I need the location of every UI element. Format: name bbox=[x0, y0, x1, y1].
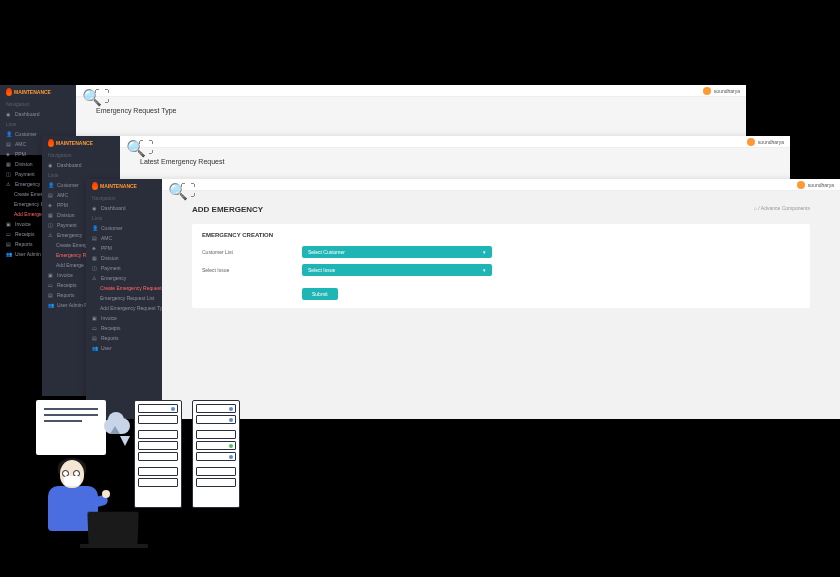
topbar: 🔍 ⛶ soundharya bbox=[120, 136, 790, 148]
search-icon[interactable]: 🔍 bbox=[126, 139, 132, 145]
sidebar-heading: Lists bbox=[0, 119, 76, 129]
avatar[interactable] bbox=[797, 181, 805, 189]
sidebar-logo[interactable]: MAINTENANCE bbox=[0, 85, 76, 99]
report-icon: ▤ bbox=[92, 335, 98, 341]
invoice-icon: ▣ bbox=[6, 221, 12, 227]
page-title: Emergency Request Type bbox=[96, 107, 726, 114]
card-title: EMERGENCY CREATION bbox=[202, 232, 800, 238]
user-name[interactable]: soundharya bbox=[714, 88, 740, 94]
cloud-sync-icon bbox=[90, 412, 140, 444]
sidebar-item-add-emergency-request-type[interactable]: Add Emergency Request Type bbox=[86, 303, 162, 313]
sidebar-item-emergency-request-list[interactable]: Emergency Request List bbox=[86, 293, 162, 303]
receipt-icon: ▭ bbox=[92, 325, 98, 331]
server-rack-icon bbox=[192, 400, 240, 508]
search-icon[interactable]: 🔍 bbox=[82, 88, 88, 94]
issue-label: Select Issue bbox=[202, 267, 302, 273]
customer-select[interactable]: Select Customer ▾ bbox=[302, 246, 492, 258]
alert-icon: ⚠ bbox=[92, 275, 98, 281]
avatar[interactable] bbox=[703, 87, 711, 95]
submit-button[interactable]: Submit bbox=[302, 288, 338, 300]
dashboard-icon: ◉ bbox=[6, 111, 12, 117]
search-icon[interactable]: 🔍 bbox=[168, 182, 174, 188]
breadcrumb-home-icon[interactable]: ⌂ bbox=[754, 205, 757, 211]
page-title: ADD EMERGENCY bbox=[192, 205, 810, 214]
payment-icon: ◫ bbox=[6, 171, 12, 177]
doc-icon: ◈ bbox=[92, 245, 98, 251]
sidebar-item-ppm[interactable]: ◈PPM bbox=[86, 243, 162, 253]
customer-label: Customer List bbox=[202, 249, 302, 255]
server-rack-icon bbox=[134, 400, 182, 508]
report-icon: ▤ bbox=[6, 241, 12, 247]
sidebar: MAINTENANCE Navigation ◉Dashboard Lists … bbox=[86, 179, 162, 419]
user-icon: 👤 bbox=[48, 182, 54, 188]
sidebar-item-user[interactable]: 👥User bbox=[86, 343, 162, 353]
admin-icon: 👥 bbox=[92, 345, 98, 351]
illustration bbox=[18, 400, 248, 575]
breadcrumb-page[interactable]: Advance Components bbox=[761, 205, 810, 211]
doc-icon: ▤ bbox=[6, 141, 12, 147]
payment-icon: ◫ bbox=[48, 222, 54, 228]
main-area: 🔍 ⛶ soundharya ⌂ / Advance Components AD… bbox=[162, 179, 840, 419]
content: Latest Emergency Request bbox=[120, 148, 790, 183]
dashboard-icon: ◉ bbox=[92, 205, 98, 211]
payment-icon: ◫ bbox=[92, 265, 98, 271]
person-laptop-icon bbox=[18, 460, 138, 575]
sidebar-logo[interactable]: MAINTENANCE bbox=[42, 136, 120, 150]
issue-select[interactable]: Select Issue ▾ bbox=[302, 264, 492, 276]
doc-icon: ▤ bbox=[92, 235, 98, 241]
sidebar-heading: Navigation bbox=[42, 150, 120, 160]
main-area: 🔍 ⛶ soundharya Emergency Request Type bbox=[76, 85, 746, 132]
doc-icon: ▤ bbox=[48, 192, 54, 198]
sidebar-item-dashboard[interactable]: ◉Dashboard bbox=[42, 160, 120, 170]
sidebar-item-create-emergency-request[interactable]: Create Emergency Request bbox=[86, 283, 162, 293]
sidebar-item-customer[interactable]: 👤Customer bbox=[86, 223, 162, 233]
chevron-down-icon: ▾ bbox=[483, 267, 486, 273]
expand-icon[interactable]: ⛶ bbox=[138, 139, 144, 145]
receipt-icon: ▭ bbox=[6, 231, 12, 237]
admin-icon: 👥 bbox=[48, 302, 54, 308]
sidebar-item-emergency[interactable]: ⚠Emergency bbox=[86, 273, 162, 283]
logo-text: MAINTENANCE bbox=[56, 140, 93, 146]
sidebar-item-invoice[interactable]: ▣Invoice bbox=[86, 313, 162, 323]
doc-icon: ◈ bbox=[48, 202, 54, 208]
grid-icon: ▦ bbox=[6, 161, 12, 167]
issue-row: Select Issue Select Issue ▾ bbox=[202, 264, 800, 276]
customer-row: Customer List Select Customer ▾ bbox=[202, 246, 800, 258]
sidebar-item-dashboard[interactable]: ◉Dashboard bbox=[86, 203, 162, 213]
emergency-creation-card: EMERGENCY CREATION Customer List Select … bbox=[192, 224, 810, 308]
admin-icon: 👥 bbox=[6, 251, 12, 257]
invoice-icon: ▣ bbox=[48, 272, 54, 278]
user-name[interactable]: soundharya bbox=[758, 139, 784, 145]
main-area: 🔍 ⛶ soundharya Latest Emergency Request bbox=[120, 136, 790, 183]
sidebar-item-payment[interactable]: ◫Payment bbox=[86, 263, 162, 273]
breadcrumb: ⌂ / Advance Components bbox=[754, 205, 810, 211]
topbar: 🔍 ⛶ soundharya bbox=[76, 85, 746, 97]
sidebar-item-reports[interactable]: ▤Reports bbox=[86, 333, 162, 343]
content: Emergency Request Type bbox=[76, 97, 746, 132]
flame-icon bbox=[6, 88, 12, 96]
sidebar-item-dashboard[interactable]: ◉Dashboard bbox=[0, 109, 76, 119]
expand-icon[interactable]: ⛶ bbox=[94, 88, 100, 94]
window-add-emergency: MAINTENANCE Navigation ◉Dashboard Lists … bbox=[86, 179, 840, 419]
user-name[interactable]: soundharya bbox=[808, 182, 834, 188]
chevron-down-icon: ▾ bbox=[483, 249, 486, 255]
logo-text: MAINTENANCE bbox=[14, 89, 51, 95]
page-title: Latest Emergency Request bbox=[140, 158, 770, 165]
doc-icon: ◈ bbox=[6, 151, 12, 157]
grid-icon: ▦ bbox=[92, 255, 98, 261]
sidebar-item-division[interactable]: ▦Division bbox=[86, 253, 162, 263]
content: ⌂ / Advance Components ADD EMERGENCY EME… bbox=[162, 191, 840, 419]
alert-icon: ⚠ bbox=[6, 181, 12, 187]
sidebar-logo[interactable]: MAINTENANCE bbox=[86, 179, 162, 193]
topbar: 🔍 ⛶ soundharya bbox=[162, 179, 840, 191]
sidebar-item-receipts[interactable]: ▭Receipts bbox=[86, 323, 162, 333]
sidebar-heading: Navigation bbox=[0, 99, 76, 109]
alert-icon: ⚠ bbox=[48, 232, 54, 238]
avatar[interactable] bbox=[747, 138, 755, 146]
sidebar-heading: Lists bbox=[86, 213, 162, 223]
expand-icon[interactable]: ⛶ bbox=[180, 182, 186, 188]
flame-icon bbox=[92, 182, 98, 190]
sidebar-item-amc[interactable]: ▤AMC bbox=[86, 233, 162, 243]
grid-icon: ▦ bbox=[48, 212, 54, 218]
invoice-icon: ▣ bbox=[92, 315, 98, 321]
